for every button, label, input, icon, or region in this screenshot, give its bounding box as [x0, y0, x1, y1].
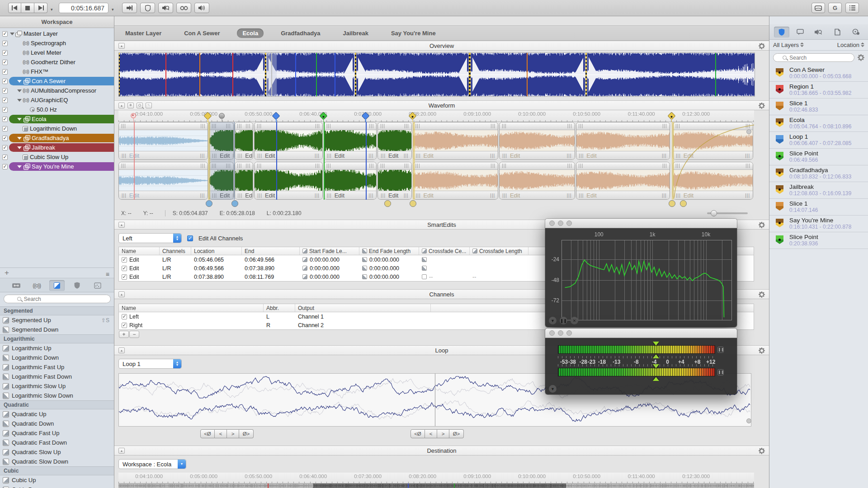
- audio-clip[interactable]: |||||||||Edit|||: [254, 122, 323, 160]
- marker-list-item[interactable]: Slice 10:14:07.146: [769, 199, 868, 216]
- column-header[interactable]: End Fade Length: [359, 247, 419, 255]
- column-header[interactable]: Channels: [160, 247, 191, 255]
- clip-edit-bar[interactable]: |||Edit|||: [673, 191, 753, 199]
- clip-edit-bar[interactable]: |||Edit|||: [413, 191, 498, 199]
- fade-item[interactable]: Logarithmic Fast Down: [0, 372, 114, 381]
- clip-edit-bar[interactable]: |||Edit|||: [255, 151, 322, 160]
- level-meter-window[interactable]: ❚❚ ❚❚ ▼ -53-38-28-23-18-13-8-40+4+8+12: [545, 328, 737, 394]
- layers-filter[interactable]: All Layers: [773, 42, 804, 48]
- audio-clip[interactable]: |||||||||Edit|||: [118, 162, 208, 200]
- nudge-button[interactable]: >: [227, 429, 239, 438]
- audio-clip[interactable]: |||||||||Edit|||: [235, 162, 254, 200]
- destination-select[interactable]: Workspace : Ecola▼: [118, 459, 186, 469]
- loop-select[interactable]: Loop 1▲▼: [118, 359, 182, 369]
- stop-button[interactable]: [21, 3, 34, 13]
- waveform-clips-area[interactable]: |||||||||Edit||||||||||||Edit|||||||||||…: [118, 122, 754, 200]
- edit-enabled-checkbox[interactable]: ✓: [122, 266, 127, 271]
- clip-grip-bar[interactable]: ||||||: [673, 162, 753, 170]
- song-boundary-marker[interactable]: [669, 113, 675, 119]
- meter-dropdown-icon[interactable]: ▼: [549, 385, 557, 393]
- drive-button[interactable]: [811, 3, 825, 13]
- minimize-window-icon[interactable]: [558, 221, 563, 226]
- tree-row[interactable]: ✓((o))AUMultibandCompressor: [0, 86, 114, 95]
- marker-list-item[interactable]: Say You're Mine0:16:10.431 - 0:22:00.878: [769, 216, 868, 232]
- skip-forward-button[interactable]: [34, 3, 47, 13]
- tree-checkbox[interactable]: ✓: [2, 117, 8, 122]
- clip-edit-bar[interactable]: |||Edit|||: [576, 151, 670, 160]
- clip-grip-bar[interactable]: ||||||: [413, 162, 498, 170]
- zoom-tool-icon[interactable]: [137, 103, 143, 108]
- tree-checkbox[interactable]: ✓: [2, 60, 8, 65]
- collapse-waveform-button[interactable]: ▲: [118, 103, 125, 108]
- comments-tab-icon[interactable]: [793, 27, 808, 38]
- edit-enabled-checkbox[interactable]: ✓: [122, 257, 127, 263]
- tree-row[interactable]: ✓Gradfadhadya: [0, 133, 114, 143]
- fade-item[interactable]: Quadratic Up: [0, 409, 114, 419]
- clip-edit-bar[interactable]: |||Edit|||: [413, 151, 498, 160]
- column-header[interactable]: Abbr.: [264, 304, 295, 312]
- tree-row[interactable]: ✓Con A Sewer: [0, 76, 114, 86]
- fade-item[interactable]: Quadratic Slow Up: [0, 447, 114, 457]
- overview-gear-icon[interactable]: [758, 42, 765, 50]
- fade-item[interactable]: Logarithmic Down: [0, 353, 114, 362]
- tree-checkbox[interactable]: ✓: [2, 107, 8, 113]
- tab-con-a-sewer[interactable]: Con A Sewer: [179, 28, 225, 38]
- fade-item[interactable]: Logarithmic Up: [0, 343, 114, 353]
- fade-item[interactable]: Cubic Up: [0, 475, 114, 485]
- time-display-field[interactable]: [59, 3, 108, 13]
- tree-checkbox[interactable]: ✓: [2, 79, 8, 84]
- edit-all-channels-checkbox[interactable]: ✓: [187, 235, 193, 241]
- clip-edit-bar[interactable]: |||Edit|||: [500, 151, 574, 160]
- marker-search-input[interactable]: [788, 54, 845, 61]
- drag-handle[interactable]: [680, 200, 687, 207]
- meter-hold-left[interactable]: ❚❚: [717, 347, 724, 353]
- audio-clip[interactable]: |||||||||Edit|||: [499, 122, 575, 160]
- clip-edit-bar[interactable]: |||Edit|||: [255, 191, 322, 199]
- tree-row[interactable]: ✓Ecola: [0, 114, 114, 124]
- add-channel-button[interactable]: +: [119, 331, 129, 338]
- remove-channel-button[interactable]: −: [129, 331, 139, 338]
- audio-clip[interactable]: |||||||||Edit|||: [413, 162, 498, 200]
- clip-edit-bar[interactable]: |||Edit|||: [235, 191, 253, 199]
- channel-enabled-checkbox[interactable]: ✓: [122, 323, 127, 328]
- fade-search-input[interactable]: [23, 296, 98, 303]
- fade-item[interactable]: Quadratic Down: [0, 419, 114, 428]
- loop-end-marker[interactable]: [363, 113, 368, 119]
- edit-enabled-checkbox[interactable]: ✓: [122, 274, 127, 280]
- scrub-button[interactable]: [158, 3, 173, 13]
- jump-in-button[interactable]: [122, 3, 137, 13]
- column-header[interactable]: Name: [119, 304, 264, 312]
- skip-back-button[interactable]: [8, 3, 21, 13]
- nudge-button[interactable]: <Ø: [200, 429, 215, 438]
- marker-list-item[interactable]: Jailbreak0:12:08.603 - 0:16:09.139: [769, 182, 868, 199]
- nudge-button[interactable]: >: [437, 429, 449, 438]
- fade-item[interactable]: Cubic Down: [0, 485, 114, 488]
- column-header[interactable]: Location: [191, 247, 242, 255]
- loop-start-marker[interactable]: [273, 113, 279, 119]
- spectrum-pause-icon[interactable]: ❚❚: [560, 317, 567, 324]
- loop-scroll-thumb[interactable]: [746, 418, 751, 423]
- fade-item[interactable]: Logarithmic Slow Down: [0, 391, 114, 400]
- fades-tool-icon[interactable]: [49, 280, 65, 291]
- drag-handle[interactable]: [669, 200, 675, 207]
- clip-edit-bar[interactable]: |||Edit|||: [324, 151, 376, 160]
- destination-ruler[interactable]: 0:04:10.0000:05:00.0000:05:50.0000:06:40…: [118, 473, 754, 483]
- audio-clip[interactable]: |||||||||Edit|||: [499, 162, 575, 200]
- meter-hold-right[interactable]: ❚❚: [717, 369, 724, 375]
- tree-checkbox[interactable]: ✓: [2, 69, 8, 75]
- spectrum-window-titlebar[interactable]: [545, 219, 737, 228]
- pencil-tool-icon[interactable]: ✎: [146, 103, 152, 108]
- clip-edit-bar[interactable]: |||Edit|||: [378, 191, 411, 199]
- meter-marker-triangle[interactable]: [653, 377, 659, 381]
- audio-clip[interactable]: |||||||||Edit|||: [254, 162, 323, 200]
- list-view-button[interactable]: [845, 3, 859, 13]
- clip-edit-bar[interactable]: |||Edit|||: [673, 151, 753, 160]
- speaker-button[interactable]: [194, 3, 209, 13]
- clip-edit-bar[interactable]: |||Edit|||: [576, 191, 670, 199]
- tape-loop-button[interactable]: [176, 3, 191, 13]
- tree-row[interactable]: ✓((o))FHX™: [0, 67, 114, 76]
- clips-scroll-thumb[interactable]: [746, 129, 751, 134]
- clip-grip-bar[interactable]: ||||||: [255, 162, 322, 170]
- audio-clip[interactable]: |||||||||Edit|||: [377, 122, 411, 160]
- tab-jailbreak[interactable]: Jailbreak: [338, 28, 374, 38]
